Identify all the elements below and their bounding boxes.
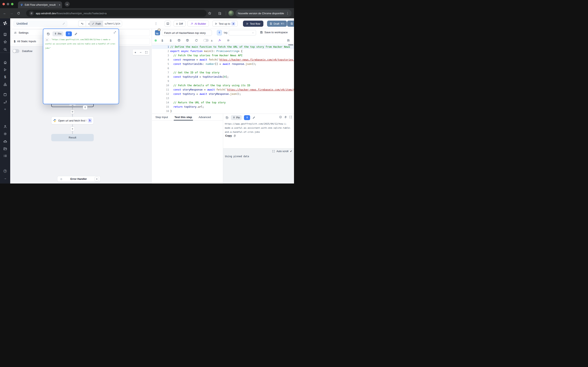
sidebar-expand-icon[interactable]: → [0,175,10,181]
expand-log-icon[interactable] [272,150,275,152]
sidebar-item-create[interactable]: + [0,107,10,112]
result-pinned-toggle[interactable] [244,115,250,120]
editor-settings-gear-icon[interactable] [226,38,231,43]
diff-button[interactable]: ± Diff [173,21,186,27]
code-line[interactable]: 1// Define the main function to fetch th… [152,45,294,49]
new-tab-button[interactable]: + [65,2,70,7]
edit-pencil-icon[interactable] [74,33,77,35]
step-name-input[interactable]: Fetch url of HackerNews top story [162,30,212,36]
sidebar-item-flows[interactable] [0,99,10,105]
editor-toggle[interactable] [203,39,209,42]
code-line[interactable]: 15 return topStory.url; [152,105,294,109]
sidebar-item-runs[interactable] [0,67,10,72]
sidebar-item-home[interactable] [0,60,10,65]
edit-pencil-icon[interactable] [252,116,255,119]
dataflow-toggle[interactable] [12,49,19,53]
code-line[interactable]: 13 [152,96,294,100]
node-pin-badge[interactable] [83,105,87,110]
chrome-update-button[interactable]: Nouvelle version de Chrome disponible ⋮ [235,9,292,17]
minimize-window-button[interactable] [7,3,9,5]
step-pin-button[interactable] [217,30,222,35]
code-line[interactable]: 12 const topStory = await storyResponse.… [152,92,294,96]
sidebar-item-settings[interactable] [0,131,10,136]
add-error-handler-button[interactable] [95,177,99,181]
code-line[interactable]: 6 [152,66,294,70]
sidebar-item-variables[interactable]: $ [0,75,10,80]
browser-tab[interactable]: Edit Flow u/henri/pin_results × [18,1,62,8]
code-line[interactable]: 3 // Fetch the top stories from Hacker N… [152,53,294,58]
code-line[interactable]: 16} [152,109,294,113]
edit-name-pencil-icon[interactable] [62,22,65,25]
flow-node-error-handler[interactable]: Error Handler [57,176,100,182]
forward-icon[interactable]: → [8,10,15,17]
sidebar-item-workspace[interactable] [0,32,10,37]
reload-icon[interactable] [194,38,199,43]
sidebar-item-audit-logs[interactable] [0,153,10,158]
diff-icon[interactable]: ± [209,38,214,43]
bookmark-star-icon[interactable] [208,10,212,17]
flow-name-field[interactable]: Untitled [13,21,67,27]
code-line[interactable]: 5 const topStoriesIds: number[] = await … [152,62,294,66]
tab-step-input[interactable]: Step Input [155,114,168,120]
flow-node-result[interactable]: Result [51,134,94,141]
auto-scroll-control[interactable]: Auto scroll ✓ [272,150,292,153]
code-line[interactable]: 9 [152,79,294,83]
help-icon[interactable]: ? [0,168,10,174]
code-line[interactable]: 2export async function main(): Promise<s… [152,49,294,53]
package-icon[interactable] [177,38,181,43]
code-line[interactable]: 11 const storyResponse = await fetch(`ht… [152,87,294,92]
info-icon[interactable] [279,116,282,118]
package-icon[interactable] [185,38,190,43]
code-line[interactable]: 14 // Return the URL of the top story [152,100,294,105]
variable-dollar-icon[interactable]: $ [160,38,164,43]
save-to-workspace-button[interactable]: Save to workspace [260,31,288,34]
more-options-icon[interactable]: ⋮ [154,22,158,25]
sidebar-item-users[interactable] [0,124,10,129]
back-icon[interactable]: ← [1,10,8,17]
test-up-to-step-badge[interactable]: a [231,22,235,25]
sidebar-item-schedules[interactable] [0,92,10,97]
sidebar-item-resources[interactable] [0,82,10,87]
fit-view-icon[interactable] [145,51,148,54]
code-editor[interactable]: 1// Define the main function to fetch th… [152,44,294,114]
tab-advanced[interactable]: Advanced [199,114,211,120]
resize-handle[interactable] [116,101,118,103]
browser-menu-icon[interactable]: ⋮ [286,11,289,15]
result-pin-button[interactable]: Pin [231,115,242,120]
popup-pin-button[interactable]: Pin [52,31,63,36]
library-icon[interactable] [286,38,291,43]
maximize-window-button[interactable] [11,3,13,5]
path-label-segment[interactable]: Path [90,21,103,26]
path-control[interactable]: Path u/henri/pin [90,21,122,27]
close-window-button[interactable] [2,3,5,5]
sidebar-item-favorites[interactable] [0,39,10,44]
ai-wand-icon[interactable] [217,38,222,43]
popup-pinned-toggle[interactable] [66,31,72,36]
tag-select[interactable] [229,30,256,35]
undo-button[interactable] [78,21,86,27]
deploy-button[interactable]: Deploy [287,21,294,27]
draft-button[interactable]: Draft ⌘S [267,21,287,27]
code-line[interactable]: 10 // Fetch the details of the top story… [152,83,294,87]
copy-json-icon[interactable] [284,116,287,118]
tab-test-this-step[interactable]: Test this step [174,114,192,120]
zoom-in-icon[interactable]: + [135,50,136,54]
ai-builder-button[interactable]: AI Builder [187,21,209,27]
editor-scrollbar[interactable] [288,44,293,45]
code-line[interactable]: 7 // Get the ID of the top story [152,70,294,75]
expand-popup-icon[interactable] [113,31,116,34]
sidebar-item-search[interactable] [0,47,10,52]
zoom-out-icon[interactable]: − [140,50,142,54]
sidebar-item-workers[interactable] [0,139,10,144]
site-settings-icon[interactable] [29,11,34,16]
profile-avatar[interactable] [228,10,234,16]
collapse-chevron-icon[interactable] [71,104,74,107]
code-line[interactable]: 8 const topStoryId = topStoriesIds[0]; [152,75,294,79]
history-icon[interactable] [47,32,50,36]
test-up-to-button[interactable]: Test up to a [212,21,238,27]
popup-value[interactable]: a : "https://www.geoffreylitt.com/2025/0… [45,38,117,50]
history-icon[interactable] [225,116,229,119]
copy-button[interactable]: Copy [225,134,236,137]
sidebar-item-folders[interactable] [0,146,10,151]
add-step-button[interactable] [70,127,75,131]
